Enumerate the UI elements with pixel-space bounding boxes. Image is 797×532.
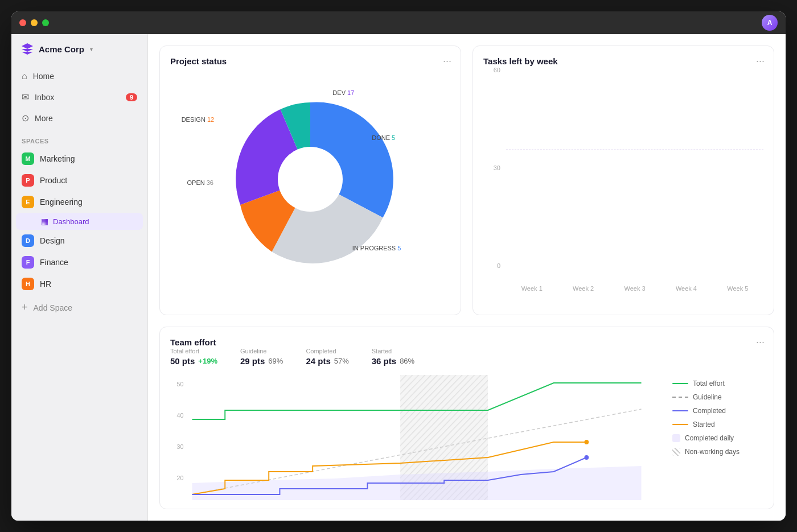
space-label-marketing: Marketing xyxy=(40,154,75,163)
add-space-button[interactable]: + Add Space xyxy=(11,297,147,318)
company-header[interactable]: Acme Corp ▾ xyxy=(11,34,147,64)
chart-legend: Total effort Guideline Completed St xyxy=(672,375,763,500)
project-status-menu[interactable]: ··· xyxy=(443,55,451,67)
minimize-button[interactable] xyxy=(31,19,38,26)
tasks-week-title: Tasks left by week xyxy=(483,56,558,66)
tasks-week-menu[interactable]: ··· xyxy=(756,55,765,67)
sidebar: Acme Corp ▾ ⌂ Home ✉ Inbox 9 ⊙ More Spa xyxy=(11,34,148,521)
spaces-list: M Marketing P Product E Engineering ▦ Da… xyxy=(11,148,147,295)
dashboard-icon: ▦ xyxy=(41,217,48,226)
svg-text:50: 50 xyxy=(177,381,184,387)
legend-non-working: Non-working days xyxy=(672,448,763,456)
stat-total-effort-label: Total effort xyxy=(170,348,217,354)
space-item-hr[interactable]: H HR xyxy=(16,273,143,295)
stat-started-pct: 86% xyxy=(400,357,414,365)
bar-y-axis: 60 30 0 xyxy=(483,67,504,269)
sidebar-subitem-dashboard[interactable]: ▦ Dashboard xyxy=(16,213,143,230)
stat-completed-value: 24 pts xyxy=(306,356,330,366)
inbox-badge: 9 xyxy=(126,93,137,101)
maximize-button[interactable] xyxy=(42,19,49,26)
app-body: Acme Corp ▾ ⌂ Home ✉ Inbox 9 ⊙ More Spa xyxy=(11,34,786,521)
legend-non-working-pattern xyxy=(672,448,680,456)
stat-completed-label: Completed xyxy=(306,348,348,354)
space-item-engineering[interactable]: E Engineering xyxy=(16,191,143,213)
stat-started: Started 36 pts 86% xyxy=(372,348,414,366)
legend-completed-daily-label: Completed daily xyxy=(685,434,734,442)
line-chart-container: 50 40 30 20 xyxy=(170,375,663,500)
space-avatar-marketing: M xyxy=(22,152,34,165)
spaces-section-label: Spaces xyxy=(11,131,147,148)
svg-text:40: 40 xyxy=(177,412,184,419)
user-avatar[interactable]: A xyxy=(762,15,778,31)
sidebar-item-home[interactable]: ⌂ Home xyxy=(16,66,143,86)
project-status-card: Project status ··· xyxy=(159,46,461,315)
company-name: Acme Corp xyxy=(39,44,84,54)
stat-guideline: Guideline 29 pts 69% xyxy=(240,348,283,366)
bar-x-labels: Week 1 Week 2 Week 3 Week 4 Week 5 xyxy=(483,283,763,292)
project-status-title: Project status xyxy=(170,56,227,66)
space-label-finance: Finance xyxy=(40,258,68,267)
top-row: Project status ··· xyxy=(159,46,774,315)
space-item-finance[interactable]: F Finance xyxy=(16,251,143,273)
svg-point-0 xyxy=(278,147,343,212)
sidebar-item-more[interactable]: ⊙ More xyxy=(16,108,143,129)
line-chart-svg: 50 40 30 20 xyxy=(170,375,663,500)
team-effort-body: 50 40 30 20 xyxy=(170,375,763,500)
legend-guideline: Guideline xyxy=(672,393,763,401)
space-label-design: Design xyxy=(40,236,65,245)
guideline-line xyxy=(506,150,763,150)
inbox-icon: ✉ xyxy=(22,92,29,102)
space-item-design[interactable]: D Design xyxy=(16,230,143,251)
add-space-label: Add Space xyxy=(34,303,73,312)
legend-total-effort-label: Total effort xyxy=(693,380,725,387)
space-label-hr: HR xyxy=(40,279,51,288)
team-effort-menu[interactable]: ··· xyxy=(756,336,765,348)
sidebar-item-inbox[interactable]: ✉ Inbox 9 xyxy=(16,86,143,108)
legend-guideline-dash xyxy=(672,397,688,398)
stat-started-value: 36 pts xyxy=(372,356,396,366)
svg-point-12 xyxy=(584,455,589,460)
team-effort-card: Team effort ··· Total effort 50 pts +19%… xyxy=(159,327,774,509)
stat-completed: Completed 24 pts 57% xyxy=(306,348,348,366)
legend-completed-daily-box xyxy=(672,434,680,442)
stat-guideline-pct: 69% xyxy=(268,357,283,365)
legend-started-line xyxy=(672,424,688,425)
bar-y-label-0: 0 xyxy=(497,262,500,269)
space-avatar-product: P xyxy=(22,174,34,187)
bar-x-week2: Week 2 xyxy=(557,283,609,292)
svg-point-11 xyxy=(584,440,589,444)
svg-text:30: 30 xyxy=(177,443,184,450)
close-button[interactable] xyxy=(19,19,26,26)
bar-x-week5: Week 5 xyxy=(712,283,763,292)
space-avatar-finance: F xyxy=(22,256,34,269)
bar-chart-container: 60 30 0 xyxy=(483,67,763,292)
company-logo-icon xyxy=(20,42,34,56)
legend-completed-label: Completed xyxy=(693,407,726,415)
legend-total-effort-line xyxy=(672,383,688,384)
sidebar-item-more-label: More xyxy=(35,114,53,123)
space-avatar-engineering: E xyxy=(22,196,34,208)
titlebar: A xyxy=(11,11,786,34)
pie-chart xyxy=(225,94,396,265)
team-effort-stats: Total effort 50 pts +19% Guideline 29 pt… xyxy=(170,348,763,366)
pie-label-open: OPEN 36 xyxy=(187,179,213,186)
sidebar-nav: ⌂ Home ✉ Inbox 9 ⊙ More xyxy=(11,64,147,131)
sidebar-subitem-dashboard-label: Dashboard xyxy=(53,217,89,226)
legend-non-working-label: Non-working days xyxy=(685,448,740,456)
space-label-engineering: Engineering xyxy=(40,197,83,207)
pie-chart-container: DEV 17 DONE 5 IN PROGRESS 5 OPEN 36 xyxy=(170,67,450,292)
bar-y-label-30: 30 xyxy=(494,164,500,171)
legend-completed-line xyxy=(672,410,688,411)
space-item-marketing[interactable]: M Marketing xyxy=(16,148,143,170)
svg-text:20: 20 xyxy=(177,475,184,481)
legend-guideline-label: Guideline xyxy=(693,393,722,401)
home-icon: ⌂ xyxy=(22,71,27,81)
stat-total-effort-change: +19% xyxy=(198,357,217,365)
legend-completed-daily: Completed daily xyxy=(672,434,763,442)
space-item-product[interactable]: P Product xyxy=(16,170,143,191)
team-effort-title: Team effort xyxy=(170,337,216,347)
more-icon: ⊙ xyxy=(22,113,29,123)
stat-started-label: Started xyxy=(372,348,414,354)
tasks-week-card: Tasks left by week ··· 60 30 0 xyxy=(473,46,774,315)
stat-total-effort-value: 50 pts xyxy=(170,356,195,366)
